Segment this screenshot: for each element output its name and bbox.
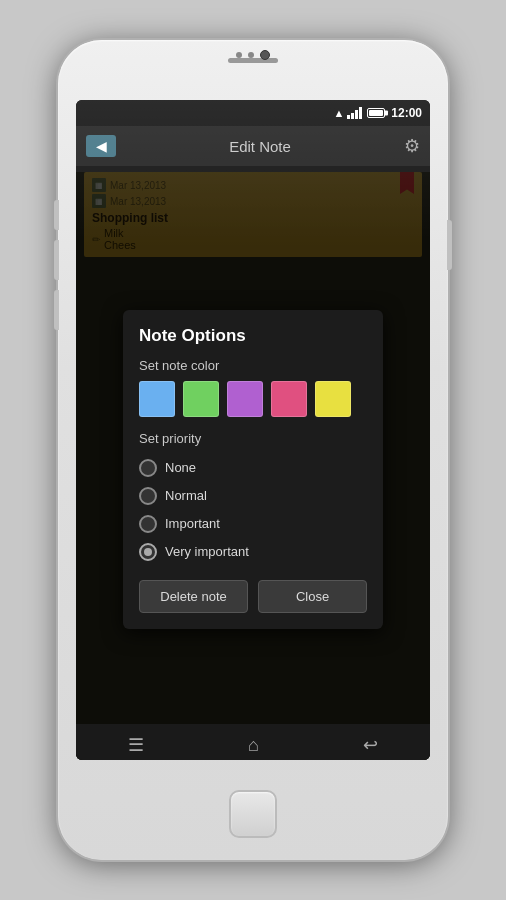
delete-note-button[interactable]: Delete note: [139, 580, 248, 613]
back-icon: ◀: [96, 138, 107, 154]
color-swatch-blue[interactable]: [139, 381, 175, 417]
signal-bar-1: [347, 115, 350, 119]
app-content: ▦ Mar 13,2013 ▦ Mar 13,2013 Shopping lis…: [76, 172, 430, 760]
color-section-label: Set note color: [139, 358, 367, 373]
priority-very-important[interactable]: Very important: [139, 538, 367, 566]
status-icons: ▲ 12:00: [333, 106, 422, 120]
volume-down-button[interactable]: [54, 240, 59, 280]
color-swatch-yellow[interactable]: [315, 381, 351, 417]
phone-shell: ▲ 12:00 ◀ Edit Note ⚙: [58, 40, 448, 860]
modal-overlay: Note Options Set note color Set priority: [76, 172, 430, 760]
home-nav-button[interactable]: ⌂: [248, 735, 259, 756]
screen: ▲ 12:00 ◀ Edit Note ⚙: [76, 100, 430, 760]
sensor-dot2: [248, 52, 254, 58]
camera-lens: [260, 50, 270, 60]
color-swatch-purple[interactable]: [227, 381, 263, 417]
volume-up-button[interactable]: [54, 200, 59, 230]
priority-normal[interactable]: Normal: [139, 482, 367, 510]
color-swatch-pink[interactable]: [271, 381, 307, 417]
battery-icon: [367, 108, 385, 118]
home-button[interactable]: [229, 790, 277, 838]
bottom-nav: ☰ ⌂ ↩: [76, 724, 430, 760]
signal-bars: [347, 107, 362, 119]
power-button[interactable]: [447, 220, 452, 270]
color-swatches: [139, 381, 367, 417]
close-button[interactable]: Close: [258, 580, 367, 613]
status-bar: ▲ 12:00: [76, 100, 430, 126]
priority-very-important-label: Very important: [165, 544, 249, 559]
wifi-icon: ▲: [333, 107, 344, 119]
time-display: 12:00: [391, 106, 422, 120]
back-nav-button[interactable]: ↩: [363, 734, 378, 756]
back-button[interactable]: ◀: [86, 135, 116, 157]
dialog-title: Note Options: [139, 326, 367, 346]
toolbar: ◀ Edit Note ⚙: [76, 126, 430, 166]
battery-fill: [369, 110, 383, 116]
settings-button[interactable]: ⚙: [404, 135, 420, 157]
sensor-dot: [236, 52, 242, 58]
radio-none[interactable]: [139, 459, 157, 477]
toolbar-title: Edit Note: [229, 138, 291, 155]
priority-section-label: Set priority: [139, 431, 367, 446]
note-options-dialog: Note Options Set note color Set priority: [123, 310, 383, 629]
menu-nav-button[interactable]: ☰: [128, 734, 144, 756]
priority-none-label: None: [165, 460, 196, 475]
signal-bar-4: [359, 107, 362, 119]
priority-important[interactable]: Important: [139, 510, 367, 538]
priority-important-label: Important: [165, 516, 220, 531]
signal-bar-3: [355, 110, 358, 119]
radio-very-important[interactable]: [139, 543, 157, 561]
priority-none[interactable]: None: [139, 454, 367, 482]
signal-bar-2: [351, 113, 354, 119]
radio-important[interactable]: [139, 515, 157, 533]
priority-section: Set priority None Normal Important: [139, 431, 367, 566]
color-swatch-green[interactable]: [183, 381, 219, 417]
dialog-buttons: Delete note Close: [139, 580, 367, 613]
priority-normal-label: Normal: [165, 488, 207, 503]
radio-normal[interactable]: [139, 487, 157, 505]
camera-area: [236, 50, 270, 60]
silent-button[interactable]: [54, 290, 59, 330]
